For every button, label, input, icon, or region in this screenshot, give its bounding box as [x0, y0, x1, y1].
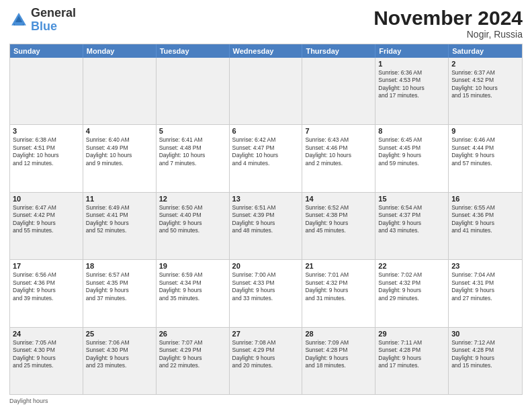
day-number: 14: [305, 195, 372, 203]
day-number: 4: [86, 127, 153, 135]
day-info: Sunrise: 6:59 AM Sunset: 4:34 PM Dayligh…: [159, 271, 226, 302]
day-number: 26: [159, 330, 226, 338]
day-number: 9: [451, 127, 519, 135]
day-number: 30: [451, 330, 519, 338]
cal-cell-empty: [83, 58, 157, 124]
cal-cell-16: 16Sunrise: 6:55 AM Sunset: 4:36 PM Dayli…: [449, 193, 522, 259]
cal-cell-7: 7Sunrise: 6:43 AM Sunset: 4:46 PM Daylig…: [302, 125, 375, 191]
cal-cell-25: 25Sunrise: 7:06 AM Sunset: 4:30 PM Dayli…: [83, 328, 157, 394]
day-number: 29: [378, 330, 445, 338]
day-number: 3: [13, 127, 80, 135]
header-day-tuesday: Tuesday: [157, 44, 230, 58]
cal-cell-10: 10Sunrise: 6:47 AM Sunset: 4:42 PM Dayli…: [10, 193, 83, 259]
day-number: 7: [305, 127, 372, 135]
day-info: Sunrise: 6:49 AM Sunset: 4:41 PM Dayligh…: [86, 204, 153, 235]
day-info: Sunrise: 7:08 AM Sunset: 4:29 PM Dayligh…: [232, 339, 300, 370]
month-title: November 2024: [373, 7, 523, 29]
cal-cell-empty: [10, 58, 83, 124]
cal-cell-15: 15Sunrise: 6:54 AM Sunset: 4:37 PM Dayli…: [375, 193, 449, 259]
day-info: Sunrise: 7:02 AM Sunset: 4:32 PM Dayligh…: [378, 271, 445, 302]
day-info: Sunrise: 6:54 AM Sunset: 4:37 PM Dayligh…: [378, 204, 445, 235]
day-number: 17: [13, 262, 80, 270]
day-number: 11: [86, 195, 153, 203]
page: General Blue November 2024 Nogir, Russia…: [0, 0, 532, 411]
day-info: Sunrise: 6:41 AM Sunset: 4:48 PM Dayligh…: [159, 136, 226, 167]
day-number: 20: [232, 262, 300, 270]
day-info: Sunrise: 6:40 AM Sunset: 4:49 PM Dayligh…: [86, 136, 153, 167]
svg-rect-2: [15, 22, 23, 26]
day-info: Sunrise: 7:01 AM Sunset: 4:32 PM Dayligh…: [305, 271, 372, 302]
week-row-2: 10Sunrise: 6:47 AM Sunset: 4:42 PM Dayli…: [10, 192, 522, 259]
footer-note: Daylight hours: [9, 398, 523, 404]
day-number: 28: [305, 330, 372, 338]
title-block: November 2024 Nogir, Russia: [373, 7, 523, 40]
day-number: 18: [86, 262, 153, 270]
day-info: Sunrise: 7:05 AM Sunset: 4:30 PM Dayligh…: [13, 339, 80, 370]
cal-cell-17: 17Sunrise: 6:56 AM Sunset: 4:36 PM Dayli…: [10, 260, 83, 326]
day-info: Sunrise: 7:09 AM Sunset: 4:28 PM Dayligh…: [305, 339, 372, 370]
cal-cell-5: 5Sunrise: 6:41 AM Sunset: 4:48 PM Daylig…: [157, 125, 230, 191]
logo-general: General: [31, 6, 76, 19]
cal-cell-4: 4Sunrise: 6:40 AM Sunset: 4:49 PM Daylig…: [83, 125, 157, 191]
day-number: 24: [13, 330, 80, 338]
day-info: Sunrise: 6:43 AM Sunset: 4:46 PM Dayligh…: [305, 136, 372, 167]
cal-cell-2: 2Sunrise: 6:37 AM Sunset: 4:52 PM Daylig…: [449, 58, 522, 124]
day-number: 16: [451, 195, 519, 203]
cal-cell-empty: [230, 58, 303, 124]
cal-cell-30: 30Sunrise: 7:12 AM Sunset: 4:28 PM Dayli…: [449, 328, 522, 394]
cal-cell-23: 23Sunrise: 7:04 AM Sunset: 4:31 PM Dayli…: [449, 260, 522, 326]
header-day-thursday: Thursday: [302, 44, 375, 58]
cal-cell-11: 11Sunrise: 6:49 AM Sunset: 4:41 PM Dayli…: [83, 193, 157, 259]
day-info: Sunrise: 7:04 AM Sunset: 4:31 PM Dayligh…: [451, 271, 519, 302]
day-info: Sunrise: 6:47 AM Sunset: 4:42 PM Dayligh…: [13, 204, 80, 235]
cal-cell-19: 19Sunrise: 6:59 AM Sunset: 4:34 PM Dayli…: [157, 260, 230, 326]
day-number: 13: [232, 195, 300, 203]
cal-cell-18: 18Sunrise: 6:57 AM Sunset: 4:35 PM Dayli…: [83, 260, 157, 326]
day-number: 22: [378, 262, 445, 270]
cal-cell-14: 14Sunrise: 6:52 AM Sunset: 4:38 PM Dayli…: [302, 193, 375, 259]
cal-cell-24: 24Sunrise: 7:05 AM Sunset: 4:30 PM Dayli…: [10, 328, 83, 394]
header-day-saturday: Saturday: [449, 44, 522, 58]
day-number: 5: [159, 127, 226, 135]
cal-cell-22: 22Sunrise: 7:02 AM Sunset: 4:32 PM Dayli…: [375, 260, 449, 326]
day-number: 10: [13, 195, 80, 203]
cal-cell-1: 1Sunrise: 6:36 AM Sunset: 4:53 PM Daylig…: [375, 58, 449, 124]
location: Nogir, Russia: [373, 29, 523, 40]
cal-cell-12: 12Sunrise: 6:50 AM Sunset: 4:40 PM Dayli…: [157, 193, 230, 259]
day-number: 2: [451, 60, 519, 68]
cal-cell-27: 27Sunrise: 7:08 AM Sunset: 4:29 PM Dayli…: [230, 328, 303, 394]
calendar-header: SundayMondayTuesdayWednesdayThursdayFrid…: [10, 44, 522, 58]
day-info: Sunrise: 7:00 AM Sunset: 4:33 PM Dayligh…: [232, 271, 300, 302]
header-day-monday: Monday: [83, 44, 157, 58]
day-number: 27: [232, 330, 300, 338]
week-row-4: 24Sunrise: 7:05 AM Sunset: 4:30 PM Dayli…: [10, 327, 522, 394]
cal-cell-20: 20Sunrise: 7:00 AM Sunset: 4:33 PM Dayli…: [230, 260, 303, 326]
day-info: Sunrise: 6:51 AM Sunset: 4:39 PM Dayligh…: [232, 204, 300, 235]
cal-cell-empty: [157, 58, 230, 124]
day-info: Sunrise: 6:52 AM Sunset: 4:38 PM Dayligh…: [305, 204, 372, 235]
day-info: Sunrise: 6:55 AM Sunset: 4:36 PM Dayligh…: [451, 204, 519, 235]
week-row-0: 1Sunrise: 6:36 AM Sunset: 4:53 PM Daylig…: [10, 58, 522, 124]
logo-icon: [9, 11, 28, 30]
day-info: Sunrise: 7:07 AM Sunset: 4:29 PM Dayligh…: [159, 339, 226, 370]
day-number: 19: [159, 262, 226, 270]
day-info: Sunrise: 6:42 AM Sunset: 4:47 PM Dayligh…: [232, 136, 300, 167]
day-number: 6: [232, 127, 300, 135]
day-info: Sunrise: 6:36 AM Sunset: 4:53 PM Dayligh…: [378, 69, 445, 100]
day-number: 8: [378, 127, 445, 135]
week-row-1: 3Sunrise: 6:38 AM Sunset: 4:51 PM Daylig…: [10, 124, 522, 191]
day-number: 1: [378, 60, 445, 68]
cal-cell-26: 26Sunrise: 7:07 AM Sunset: 4:29 PM Dayli…: [157, 328, 230, 394]
day-info: Sunrise: 7:06 AM Sunset: 4:30 PM Dayligh…: [86, 339, 153, 370]
day-number: 15: [378, 195, 445, 203]
day-info: Sunrise: 7:12 AM Sunset: 4:28 PM Dayligh…: [451, 339, 519, 370]
cal-cell-21: 21Sunrise: 7:01 AM Sunset: 4:32 PM Dayli…: [302, 260, 375, 326]
day-number: 25: [86, 330, 153, 338]
calendar: SundayMondayTuesdayWednesdayThursdayFrid…: [9, 44, 523, 395]
cal-cell-9: 9Sunrise: 6:46 AM Sunset: 4:44 PM Daylig…: [449, 125, 522, 191]
cal-cell-29: 29Sunrise: 7:11 AM Sunset: 4:28 PM Dayli…: [375, 328, 449, 394]
cal-cell-6: 6Sunrise: 6:42 AM Sunset: 4:47 PM Daylig…: [230, 125, 303, 191]
day-info: Sunrise: 6:57 AM Sunset: 4:35 PM Dayligh…: [86, 271, 153, 302]
day-number: 23: [451, 262, 519, 270]
calendar-body: 1Sunrise: 6:36 AM Sunset: 4:53 PM Daylig…: [10, 58, 522, 394]
